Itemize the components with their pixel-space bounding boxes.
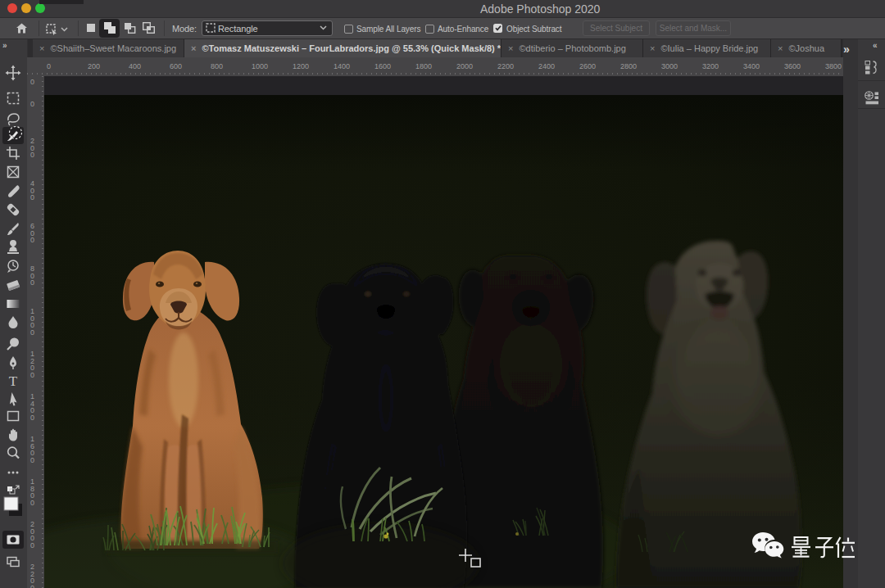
svg-text:T: T [9,373,18,389]
